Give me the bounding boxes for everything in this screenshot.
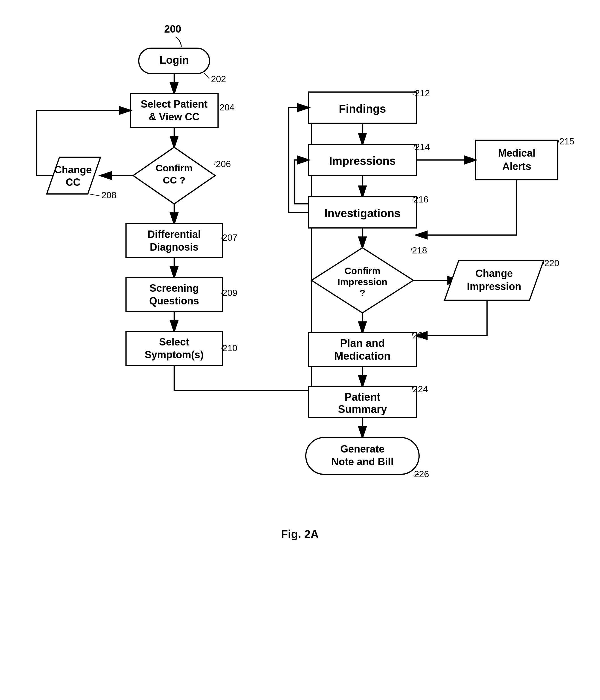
patient-summary-label-2: Summary xyxy=(338,403,387,415)
change-cc-label-1: Change xyxy=(54,164,92,176)
investigations-label: Investigations xyxy=(324,207,401,220)
confirm-impression-label-3: ? xyxy=(359,288,365,298)
ref-206: 206 xyxy=(216,159,231,169)
screening-label-1: Screening xyxy=(150,282,199,294)
plan-medication-label-2: Medication xyxy=(334,350,391,362)
svg-rect-18 xyxy=(476,140,558,180)
differential-label-2: Diagnosis xyxy=(150,241,199,253)
confirm-impression-label-2: Impression xyxy=(338,277,388,287)
ref-212: 212 xyxy=(415,88,430,98)
findings-label: Findings xyxy=(339,102,386,115)
patient-summary-label-1: Patient xyxy=(345,391,380,403)
ref-204: 204 xyxy=(220,102,234,112)
flowchart-diagram: 200 Login 202 Select Patient & View CC 2… xyxy=(0,0,600,700)
ref-207: 207 xyxy=(222,232,237,243)
plan-medication-label-1: Plan and xyxy=(340,337,385,349)
confirm-cc-label-1: Confirm xyxy=(156,162,193,173)
login-label: Login xyxy=(159,54,189,66)
ref-222: 222 xyxy=(413,330,428,341)
ref-216: 216 xyxy=(414,194,428,204)
svg-marker-8 xyxy=(47,157,101,194)
impressions-label: Impressions xyxy=(329,155,396,167)
ref-209: 209 xyxy=(222,288,237,298)
ref-220: 220 xyxy=(544,258,559,268)
medical-alerts-label-2: Alerts xyxy=(502,160,531,172)
generate-note-label-1: Generate xyxy=(340,443,384,455)
select-symptoms-label-1: Select xyxy=(159,336,189,348)
ref-214: 214 xyxy=(415,142,430,152)
differential-label-1: Differential xyxy=(148,228,201,240)
ref-224: 224 xyxy=(413,384,428,394)
confirm-cc-label-2: CC ? xyxy=(163,175,185,185)
screening-label-2: Questions xyxy=(149,295,199,307)
ref-200: 200 xyxy=(164,23,181,35)
select-patient-label-2: & View CC xyxy=(149,111,199,123)
ref-202: 202 xyxy=(211,74,226,84)
change-cc-label-2: CC xyxy=(66,176,80,188)
ref-208: 208 xyxy=(101,190,116,200)
fig-label: Fig. 2A xyxy=(281,528,319,540)
generate-note-label-2: Note and Bill xyxy=(331,456,394,468)
change-impression-label-2: Impression xyxy=(467,281,521,292)
medical-alerts-label-1: Medical xyxy=(498,147,535,159)
svg-marker-25 xyxy=(445,260,544,300)
select-patient-label-1: Select Patient xyxy=(141,98,207,110)
change-impression-label-1: Change xyxy=(475,268,513,279)
select-symptoms-label-2: Symptom(s) xyxy=(145,349,204,360)
confirm-impression-label-1: Confirm xyxy=(345,266,380,276)
ref-226: 226 xyxy=(414,469,429,479)
ref-215: 215 xyxy=(559,136,574,146)
ref-210: 210 xyxy=(222,343,237,353)
ref-218: 218 xyxy=(412,245,427,255)
